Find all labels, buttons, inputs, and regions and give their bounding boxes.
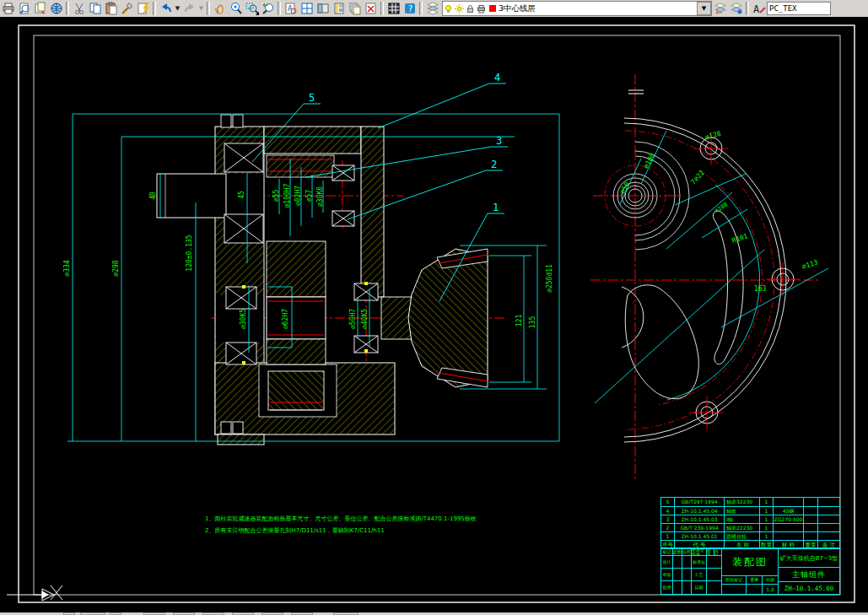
copy-icon[interactable] — [87, 1, 103, 16]
dim-d128: ⌀128 — [704, 130, 722, 142]
dim-d62h7: ⌀62H7 — [282, 309, 289, 329]
layer-dropdown[interactable]: 3中心线层 ▼ — [442, 1, 712, 16]
title-block-right: 矿大采煤机自B7~3型 主轴组件 ZH—10.1.45.00 — [779, 549, 839, 594]
label-process: 工艺 — [692, 569, 707, 580]
bom-cell: ZH-10.1.45.01 — [675, 531, 725, 540]
bom-cell — [818, 531, 839, 540]
dim-len121: 121 — [515, 315, 523, 327]
callout-3: 3 — [496, 135, 502, 147]
toolbar-separator — [746, 2, 749, 15]
cell-empty — [673, 581, 682, 594]
drawing-canvas[interactable]: 5 4 3 2 1 ⌀334 ⌀298 120±0.135 40 45 ⌀55 … — [0, 17, 868, 612]
bom-cell: 1 — [760, 515, 774, 523]
layer-on-bulb-icon[interactable] — [443, 3, 454, 14]
bom-cell — [818, 515, 839, 523]
table-row: 1 ZH-10.1.45.01 圆锥齿轮 1 — [661, 531, 839, 540]
layer-freeze-sun-icon[interactable] — [454, 3, 465, 14]
break-marks — [628, 90, 644, 94]
publish-icon[interactable] — [32, 1, 48, 16]
help-icon[interactable]: ? — [402, 1, 418, 16]
dim-d55: ⌀55 — [272, 190, 280, 202]
zoom-window-icon[interactable] — [244, 1, 260, 16]
dim-d113: ⌀113 — [801, 258, 819, 271]
undo-icon[interactable] — [158, 1, 174, 16]
toolbar-separator — [419, 2, 423, 15]
table-row: 2 GB/T 239-1994 轴承22230 1 — [661, 523, 839, 531]
bom-cell: 1 — [661, 531, 675, 540]
scale-value: 1.0 — [763, 585, 778, 594]
tool-palettes-icon[interactable] — [331, 1, 347, 16]
dim-d298: ⌀298 — [112, 260, 120, 276]
layer-dropdown-arrow-icon[interactable]: ▼ — [697, 2, 711, 15]
bom-cell: ZH-10.1.45.04 — [675, 506, 725, 515]
toolbar-separator — [278, 2, 281, 15]
text-style-icon[interactable]: A — [751, 1, 767, 16]
cell-empty — [707, 569, 721, 580]
label-weight: 重量 — [747, 576, 763, 584]
zoom-realtime-icon[interactable] — [228, 1, 244, 16]
parts-list-table: 5 GB/T297 1994 轴承32230 1 4 ZH-10.1.45.04… — [660, 497, 840, 548]
toolbar-separator — [153, 2, 156, 15]
cell-empty — [722, 585, 747, 594]
plot-icon[interactable] — [0, 1, 16, 16]
designcenter-icon[interactable] — [315, 1, 331, 16]
layer-plot-icon[interactable] — [476, 3, 487, 14]
label-change: 更改文件号 — [692, 549, 707, 555]
dim-d40k5: ⌀40K5 — [361, 309, 369, 329]
print-preview-icon[interactable] — [16, 1, 32, 16]
bom-cell — [804, 523, 818, 531]
dim-len135: 135 — [529, 316, 536, 329]
calculator-icon[interactable] — [385, 1, 402, 16]
redo-dropdown-icon[interactable]: ▼ — [197, 1, 205, 16]
bom-cell: 4 — [661, 506, 675, 515]
bom-cell: 轴承32230 — [725, 498, 760, 506]
zoom-previous-icon[interactable] — [260, 1, 276, 16]
bom-cell: 1 — [760, 498, 774, 506]
layers-icon[interactable] — [424, 1, 440, 16]
layer-states-icon[interactable] — [728, 1, 744, 16]
match-properties-icon[interactable] — [119, 1, 135, 16]
layer-dropdown-value[interactable]: 3中心线层 — [499, 3, 697, 14]
web-icon[interactable] — [48, 1, 64, 16]
end-view-labels: ⌀128 ⌀100 ⌀50 7⌀22 ⌀108 R101 163 ⌀113 — [618, 130, 819, 293]
label-scale: 比例 — [763, 576, 778, 584]
bom-cell: ZH-10.1.45.03 — [675, 515, 725, 523]
layer-previous-icon[interactable] — [712, 1, 728, 16]
properties-icon[interactable] — [299, 1, 315, 16]
bom-cell — [774, 531, 804, 540]
toolbar-separator — [380, 2, 384, 15]
dim-d30k5: ⌀30K5 — [240, 309, 247, 329]
dim-len45: 45 — [238, 191, 245, 199]
text-style-field[interactable] — [767, 2, 831, 15]
bom-cell — [774, 523, 804, 531]
label-count: 处数 — [673, 549, 682, 555]
label-standard: 标准化 — [692, 556, 707, 568]
callout-1: 1 — [493, 202, 499, 213]
find-icon[interactable]: A — [283, 1, 299, 16]
bom-cell — [818, 506, 839, 515]
slots — [622, 211, 743, 399]
markup-icon[interactable] — [363, 1, 379, 16]
cut-icon[interactable] — [71, 1, 87, 16]
undo-dropdown-icon[interactable]: ▼ — [174, 1, 181, 16]
dim-len40: 40 — [149, 192, 157, 200]
sheet-set-icon[interactable] — [347, 1, 363, 16]
project-name: 矿大采煤机自B7~3型 — [779, 549, 839, 568]
input-shaft — [157, 174, 226, 218]
bom-cell — [804, 498, 818, 506]
label-stage: 阶段标记 — [722, 576, 747, 584]
layer-color-swatch[interactable] — [489, 5, 496, 12]
svg-text:?: ? — [407, 4, 412, 13]
pan-icon[interactable] — [212, 1, 228, 16]
layer-lock-icon[interactable] — [465, 3, 476, 14]
bom-cell: ZG270-500 — [774, 515, 804, 523]
note-line-2: 2、所有未注明配合公差按基孔制H7/D11/s11，基轴制K7/C11/h11 — [205, 525, 477, 537]
label-ymd: 年月日 — [714, 549, 721, 555]
paste-icon[interactable] — [103, 1, 119, 16]
dim-d82h7: ⌀82H7 — [294, 186, 302, 206]
redo-icon[interactable] — [181, 1, 197, 16]
dim-d57: ⌀57 — [305, 190, 313, 202]
central-gear — [267, 241, 326, 410]
match-lightning-icon[interactable] — [135, 1, 151, 16]
bom-cell: GB/T 239-1994 — [675, 523, 725, 531]
